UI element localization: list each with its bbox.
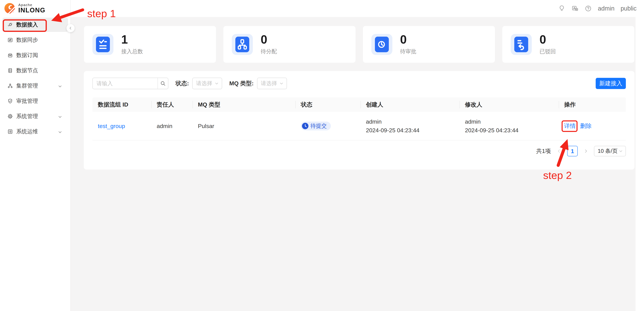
stat-card-to-be-assigned: 0 待分配 (223, 26, 356, 63)
plug-icon (8, 22, 13, 28)
sidebar-item-cluster-management[interactable]: 集群管理 (2, 79, 68, 93)
filter-bar: 状态: 请选择 MQ 类型: 请选择 新建接入 (92, 78, 626, 89)
inlong-logo: Apache INLONG (4, 3, 46, 14)
sidebar-item-data-sync[interactable]: 数据同步 (2, 33, 68, 47)
chevron-down-icon (619, 149, 623, 153)
topbar-username[interactable]: admin (598, 5, 614, 12)
pagination-next-button[interactable] (583, 148, 589, 154)
pagination-page-1[interactable]: 1 (567, 146, 578, 156)
modifier-cell: admin 2024-09-25 04:23:44 (460, 112, 559, 140)
stat-card-pending-approval: 0 待审批 (363, 26, 495, 63)
sidebar-item-data-subscription[interactable]: 数据订阅 (2, 48, 68, 62)
chevron-left-icon (69, 26, 72, 30)
column-header-creator: 创建人 (360, 97, 460, 112)
status-badge-label: 待提交 (310, 122, 327, 130)
lightbulb-icon[interactable] (558, 5, 565, 12)
help-circle-icon[interactable] (585, 5, 592, 12)
group-list-panel: 状态: 请选择 MQ 类型: 请选择 新建接入 数据流组 ID 责任人 MQ 类… (84, 71, 634, 170)
stat-label: 待分配 (260, 48, 277, 55)
modify-time: 2024-09-25 04:23:44 (465, 127, 518, 134)
sidebar-item-label: 系统管理 (16, 112, 58, 120)
translate-icon[interactable] (572, 5, 578, 12)
pagination: 共1项 1 10 条/页 (536, 146, 626, 156)
column-header-modifier: 修改人 (460, 97, 559, 112)
chevron-down-icon (58, 114, 62, 118)
mq-filter-select[interactable]: 请选择 (257, 78, 287, 89)
stat-value: 0 (540, 34, 556, 46)
mq-type-cell: Pulsar (192, 112, 296, 140)
database-node-icon (8, 68, 13, 73)
gear-icon (8, 114, 13, 119)
search-input[interactable] (93, 78, 158, 89)
subscribe-icon (8, 52, 13, 58)
detail-action-link[interactable]: 详情 (564, 122, 576, 130)
mq-filter-value: 请选择 (261, 80, 277, 87)
sidebar-item-system-management[interactable]: 系统管理 (2, 109, 68, 124)
search-box (92, 78, 168, 89)
chevron-down-icon (58, 84, 62, 88)
main-content: 1 接入总数 0 待分配 (71, 17, 644, 311)
pagination-prev-button[interactable] (556, 148, 562, 154)
sidebar-item-label: 数据订阅 (16, 52, 62, 59)
doc-return-icon (511, 34, 532, 55)
sidebar-item-label: 审批管理 (16, 97, 62, 105)
doc-clock-icon (371, 34, 392, 55)
sync-icon (8, 37, 13, 43)
brand-name: INLONG (18, 7, 46, 14)
list-box-icon (8, 129, 13, 134)
sidebar-item-label: 集群管理 (16, 82, 58, 90)
status-filter-value: 请选择 (196, 80, 212, 87)
column-header-mq-type: MQ 类型 (192, 97, 296, 112)
mq-filter-label: MQ 类型: (229, 80, 254, 87)
search-icon[interactable] (158, 78, 168, 89)
actions-cell: 详情 删除 (559, 112, 626, 140)
sidebar-item-data-ingestion[interactable]: 数据接入 (2, 18, 68, 32)
column-header-owner: 责任人 (151, 97, 192, 112)
table-row: test_group admin Pulsar 待提交 admin 2024-0… (92, 112, 626, 140)
create-time: 2024-09-25 04:23:44 (366, 127, 420, 134)
sidebar-item-system-operations[interactable]: 系统运维 (2, 124, 68, 139)
creator-cell: admin 2024-09-25 04:23:44 (360, 112, 460, 140)
stats-row: 1 接入总数 0 待分配 (84, 26, 634, 63)
group-id-link[interactable]: test_group (98, 123, 125, 130)
table-header-row: 数据流组 ID 责任人 MQ 类型 状态 创建人 修改人 操作 (92, 97, 626, 112)
stat-label: 接入总数 (121, 48, 143, 55)
owner-cell: admin (151, 112, 192, 140)
pagination-total: 共1项 (536, 147, 551, 155)
status-cell: 待提交 (296, 112, 360, 140)
sidebar-item-label: 数据节点 (16, 67, 62, 74)
modifier-name: admin (465, 118, 481, 125)
page-size-value: 10 条/页 (598, 147, 618, 155)
sidebar: Apache INLONG 数据接入 数据同步 (0, 0, 71, 311)
topbar-tenant[interactable]: public (620, 5, 636, 12)
chevron-down-icon (215, 82, 219, 86)
scrollbar-gutter (636, 17, 644, 311)
status-filter-select[interactable]: 请选择 (192, 78, 222, 89)
stat-card-rejected: 0 已驳回 (502, 26, 634, 63)
page-size-select[interactable]: 10 条/页 (594, 146, 626, 156)
stat-label: 待审批 (400, 48, 416, 55)
topbar: admin public (71, 0, 644, 17)
sidebar-item-label: 系统运维 (16, 128, 58, 135)
stat-label: 已驳回 (540, 48, 556, 55)
sidebar-item-approval-management[interactable]: 审批管理 (2, 94, 68, 108)
sidebar-collapse-button[interactable] (66, 24, 74, 32)
sidebar-item-label: 数据同步 (16, 36, 62, 44)
clock-icon (302, 123, 308, 129)
column-header-status: 状态 (296, 97, 360, 112)
sidebar-menu: 数据接入 数据同步 数据订阅 数据节点 (0, 18, 70, 140)
sidebar-item-data-node[interactable]: 数据节点 (2, 64, 68, 78)
org-chart-icon (232, 34, 253, 55)
stat-value: 0 (260, 34, 277, 46)
stat-value: 1 (121, 34, 143, 46)
create-ingestion-button[interactable]: 新建接入 (596, 78, 626, 89)
delete-action-link[interactable]: 删除 (580, 122, 592, 130)
group-table: 数据流组 ID 责任人 MQ 类型 状态 创建人 修改人 操作 test_gro… (92, 97, 626, 140)
stat-card-total-ingestions: 1 接入总数 (84, 26, 216, 63)
inlong-logo-icon (4, 3, 15, 14)
creator-name: admin (366, 118, 382, 125)
column-header-actions: 操作 (559, 97, 626, 112)
column-header-group-id: 数据流组 ID (92, 97, 151, 112)
chevron-down-icon (58, 130, 62, 134)
chevron-down-icon (280, 82, 284, 86)
